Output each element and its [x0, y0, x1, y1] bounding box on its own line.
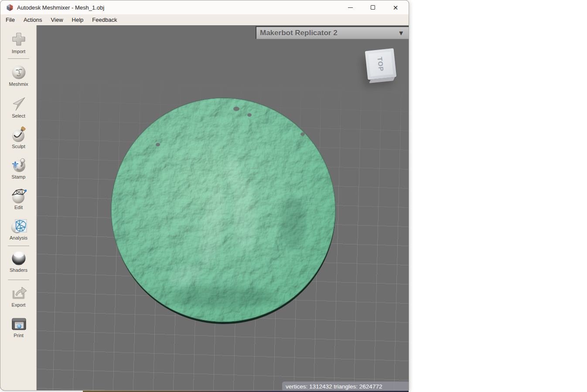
sidebar-label: Sculpt	[12, 144, 25, 149]
sidebar-item-export[interactable]: Export	[0, 284, 37, 308]
menu-actions[interactable]: Actions	[19, 14, 47, 25]
sidebar-label: Stamp	[12, 174, 26, 179]
menu-file[interactable]: File	[6, 14, 19, 25]
view-cube-top-face[interactable]: TOP	[368, 51, 393, 76]
analysis-icon	[10, 217, 27, 235]
menu-feedback[interactable]: Feedback	[88, 14, 121, 25]
window-controls: ✕	[339, 0, 407, 14]
sidebar-separator	[8, 58, 29, 59]
sidebar-label: Shaders	[10, 267, 27, 273]
mesh-relief-carving	[106, 92, 341, 328]
window-title: Autodesk Meshmixer - Mesh_1.obj	[17, 4, 104, 11]
sidebar-item-shaders[interactable]: Shaders	[0, 250, 37, 273]
sidebar-item-edit[interactable]: Edit	[0, 187, 37, 210]
sidebar-item-print[interactable]: Print	[0, 315, 37, 338]
tool-sidebar: Import Meshmix Select	[0, 25, 37, 391]
sidebar-item-analysis[interactable]: Analysis	[0, 217, 37, 240]
meshmixer-window: Autodesk Meshmixer - Mesh_1.obj ✕ File A…	[0, 0, 409, 391]
mesh-model[interactable]	[106, 92, 341, 328]
title-bar[interactable]: Autodesk Meshmixer - Mesh_1.obj ✕	[0, 0, 409, 14]
menu-bar: File Actions View Help Feedback	[0, 14, 409, 25]
view-cube[interactable]: TOP	[365, 48, 397, 80]
maximize-icon	[371, 5, 375, 10]
minimize-icon	[348, 7, 353, 8]
sidebar-item-sculpt[interactable]: Sculpt	[0, 126, 37, 149]
import-icon	[10, 31, 27, 48]
select-icon	[10, 95, 27, 113]
sidebar-label: Select	[12, 113, 25, 118]
menu-view[interactable]: View	[47, 14, 68, 25]
meshmixer-logo-icon	[6, 4, 14, 11]
sidebar-label: Meshmix	[9, 81, 28, 87]
sidebar-label: Export	[12, 302, 26, 308]
svg-text:⚜: ⚜	[11, 159, 20, 170]
printer-selector-label: Makerbot Replicator 2	[260, 29, 398, 37]
sidebar-item-meshmix[interactable]: Meshmix	[0, 64, 37, 87]
sidebar-label: Print	[14, 333, 24, 338]
sculpt-icon	[10, 126, 27, 143]
sidebar-separator	[8, 246, 29, 246]
sidebar-label: Analysis	[10, 235, 27, 240]
sidebar-label: Import	[12, 49, 25, 54]
maximize-button[interactable]	[362, 0, 384, 14]
screen: Autodesk Meshmixer - Mesh_1.obj ✕ File A…	[0, 0, 587, 392]
minimize-button[interactable]	[339, 0, 362, 14]
mesh-stats-text: vertices: 1312432 triangles: 2624772	[286, 383, 382, 390]
sidebar-separator	[8, 280, 29, 280]
menu-help[interactable]: Help	[68, 14, 88, 25]
meshmix-icon	[10, 64, 27, 81]
close-icon: ✕	[393, 4, 399, 11]
stamp-icon: ⚜	[10, 156, 27, 174]
view-cube-top-label: TOP	[376, 56, 385, 71]
export-icon	[10, 284, 27, 302]
printer-selector-dropdown[interactable]: Makerbot Replicator 2 ▼	[256, 26, 409, 39]
sidebar-label: Edit	[14, 205, 23, 210]
print-icon	[10, 315, 27, 332]
viewport-3d[interactable]: Makerbot Replicator 2 ▼ TOP vertices: 13…	[37, 25, 409, 391]
shaders-icon	[10, 250, 27, 267]
edit-icon	[10, 187, 27, 204]
close-button[interactable]: ✕	[384, 0, 407, 14]
sidebar-item-stamp[interactable]: ⚜ Stamp	[0, 156, 37, 179]
sidebar-item-select[interactable]: Select	[0, 95, 37, 118]
chevron-down-icon: ▼	[398, 29, 404, 37]
status-bar: vertices: 1312432 triangles: 2624772	[282, 382, 409, 391]
sidebar-item-import[interactable]: Import	[0, 31, 37, 54]
